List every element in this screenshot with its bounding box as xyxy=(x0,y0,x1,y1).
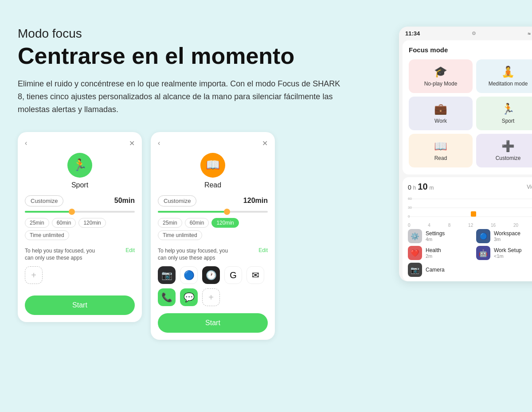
read-icon-wrap: 📖 xyxy=(158,153,268,178)
usage-panel: 0 h 10 m View › xyxy=(403,177,532,281)
workspace-app-icon: 🔵 xyxy=(476,229,490,243)
work-label: Work xyxy=(434,118,447,124)
status-bar: 11:34 ⚙ ≈ ▣ ▮▮ xyxy=(399,27,532,39)
usage-hours: 0 xyxy=(408,184,411,191)
app-list-item-health: ❤️ Health 2m 🤖 Work Setup <1m xyxy=(408,246,532,260)
app-icon-google: G xyxy=(224,266,242,284)
read-label: Read xyxy=(434,155,447,161)
close-icon-read[interactable]: ✕ xyxy=(262,139,268,148)
back-arrow-icon-read[interactable]: ‹ xyxy=(158,139,160,147)
customize-label: Customize xyxy=(496,155,521,161)
sport-option-120[interactable]: 120min xyxy=(78,218,106,228)
read-edit-link[interactable]: Edit xyxy=(258,247,268,253)
workspace-app-name: Workspace xyxy=(494,230,532,237)
phone-card-read-header: ‹ ✕ xyxy=(158,139,268,148)
app-icon-clock: 🕐 xyxy=(202,266,220,284)
health-app-icon: ❤️ xyxy=(408,246,422,260)
focus-item-read[interactable]: 📖 Read xyxy=(409,134,473,167)
focus-mode-grid: 🎓 No-play Mode 🧘 Meditation mode 💼 Work … xyxy=(409,59,532,167)
usage-minutes: 10 xyxy=(418,182,427,191)
sport-option-25[interactable]: 25min xyxy=(25,218,49,228)
page-title: Centrarse en el momento xyxy=(18,43,381,69)
app-icon-gmail: ✉ xyxy=(246,266,264,284)
chart-x-labels: 0 4 8 12 16 20 24 xyxy=(408,223,532,228)
sport-mode-name: Sport xyxy=(25,181,135,189)
worksetup-app-name: Work Setup xyxy=(494,247,532,253)
right-panel: 11:34 ⚙ ≈ ▣ ▮▮ Focus mode ✏ 🎓 No-play M xyxy=(399,27,532,281)
work-icon: 💼 xyxy=(434,103,447,115)
focus-item-work[interactable]: 💼 Work xyxy=(409,97,473,130)
sport-icon-wrap: 🏃 xyxy=(25,153,135,178)
app-usage-list: ⚙️ Settings 4m 🔵 Workspace 3m ❤️ xyxy=(408,229,532,277)
sport-customize-btn[interactable]: Customize xyxy=(25,195,63,206)
workspace-app-info: Workspace 3m xyxy=(494,230,532,242)
read-option-60[interactable]: 60min xyxy=(185,218,209,228)
svg-text:0: 0 xyxy=(408,214,410,218)
page-description: Elimine el ruido y concéntrese en lo que… xyxy=(18,78,341,116)
focus-item-no-play[interactable]: 🎓 No-play Mode xyxy=(409,59,473,93)
sport-time-options: 25min 60min 120min Time unlimited xyxy=(25,218,135,240)
read-mode-icon: 📖 xyxy=(200,153,225,178)
focus-item-customize[interactable]: ➕ Customize xyxy=(476,134,532,167)
worksetup-app-time: <1m xyxy=(494,253,532,259)
read-apps-label-row: To help you stay focused, you can only u… xyxy=(158,247,268,262)
chart-label-8: 8 xyxy=(448,223,451,228)
camera-app-icon: 📷 xyxy=(408,263,422,277)
read-apps-grid: 📷 🔵 🕐 G ✉ 📞 💬 + xyxy=(158,266,268,306)
worksetup-app-icon: 🤖 xyxy=(476,246,490,260)
usage-h-label: h xyxy=(413,185,416,191)
chart-label-4: 4 xyxy=(428,223,430,228)
read-customize-row: Customize 120min xyxy=(158,195,268,206)
read-customize-btn[interactable]: Customize xyxy=(158,195,196,206)
close-icon-sport[interactable]: ✕ xyxy=(129,139,135,148)
read-add-app-btn[interactable]: + xyxy=(202,288,220,306)
focus-item-meditation[interactable]: 🧘 Meditation mode xyxy=(476,59,532,93)
status-gear-icon: ⚙ xyxy=(472,31,476,36)
settings-app-time: 4m xyxy=(426,237,473,242)
sport-customize-row: Customize 50min xyxy=(25,195,135,206)
back-arrow-icon[interactable]: ‹ xyxy=(25,139,27,147)
app-icon-camera: 📷 xyxy=(158,266,176,284)
sport-apps-label-row: To help you stay focused, you can only u… xyxy=(25,247,135,262)
no-play-label: No-play Mode xyxy=(424,81,458,87)
read-option-25[interactable]: 25min xyxy=(158,218,182,228)
app-list-item-camera: 📷 Camera xyxy=(408,263,532,277)
sport-slider-fill xyxy=(25,211,71,213)
workspace-app-time: 3m xyxy=(494,237,532,242)
focus-mode-panel: Focus mode ✏ 🎓 No-play Mode 🧘 Meditation… xyxy=(403,40,532,175)
status-icons: ≈ ▣ ▮▮ xyxy=(528,31,532,37)
sport-add-app-btn[interactable]: + xyxy=(25,266,43,284)
usage-chart: 60 30 0 0 4 8 12 16 20 24 xyxy=(408,194,532,225)
sport-slider-thumb[interactable] xyxy=(69,209,75,215)
sport-edit-link[interactable]: Edit xyxy=(125,247,135,253)
usage-chart-svg: 60 30 0 xyxy=(408,194,532,221)
sport-slider-track[interactable] xyxy=(25,211,135,213)
sport-option-unlimited[interactable]: Time unlimited xyxy=(25,230,69,240)
usage-time-display: 0 h 10 m xyxy=(408,182,434,192)
focus-panel-title: Focus mode xyxy=(409,46,448,54)
sport-option-60[interactable]: 60min xyxy=(52,218,76,228)
meditation-icon: 🧘 xyxy=(501,66,515,78)
read-option-unlimited[interactable]: Time unlimited xyxy=(158,230,202,240)
health-app-info: Health 2m xyxy=(426,247,473,259)
read-time-value: 120min xyxy=(243,197,268,205)
health-app-name: Health xyxy=(426,247,473,253)
app-icon-messages: 💬 xyxy=(180,288,198,306)
read-slider-track[interactable] xyxy=(158,211,268,213)
camera-app-name: Camera xyxy=(426,267,532,273)
sport-apps-label: To help you stay focused, you can only u… xyxy=(25,247,105,262)
usage-m-label: m xyxy=(429,185,434,191)
read-slider-thumb[interactable] xyxy=(224,209,230,215)
svg-rect-6 xyxy=(471,211,476,217)
view-label: View xyxy=(527,184,532,190)
read-option-120[interactable]: 120min xyxy=(211,218,239,228)
sport-start-button[interactable]: Start xyxy=(25,295,135,315)
phone-cards: ‹ ✕ 🏃 Sport Customize 50min 25min 60m xyxy=(18,132,381,340)
read-start-button[interactable]: Start xyxy=(158,313,268,333)
sport-mode-icon: 🏃 xyxy=(67,153,92,178)
usage-view-link[interactable]: View › xyxy=(527,184,532,190)
phone-card-sport-header: ‹ ✕ xyxy=(25,139,135,148)
focus-item-sport[interactable]: 🏃 Sport xyxy=(476,97,532,130)
read-icon: 📖 xyxy=(434,140,447,152)
sport-time-value: 50min xyxy=(114,197,135,205)
